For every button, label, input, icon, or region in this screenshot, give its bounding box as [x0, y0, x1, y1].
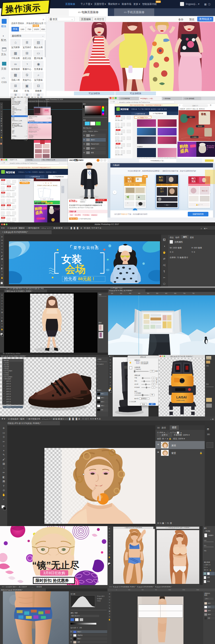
svg-text:夏季女装特惠: 夏季女装特惠 — [73, 246, 99, 250]
svg-text:LAISAI: LAISAI — [176, 396, 187, 399]
svg-text:限时折扣 抢优惠券: 限时折扣 抢优惠券 — [36, 578, 69, 583]
svg-text:会场: 会场 — [65, 263, 86, 275]
svg-text:抢先看 88元起！: 抢先看 88元起！ — [64, 276, 96, 281]
svg-text:3月8日狂欢购: 3月8日狂欢购 — [43, 571, 65, 575]
svg-text:“镜”无止尽: “镜”无止尽 — [32, 560, 79, 570]
svg-text:LASER LEVEL: LASER LEVEL — [176, 400, 185, 401]
